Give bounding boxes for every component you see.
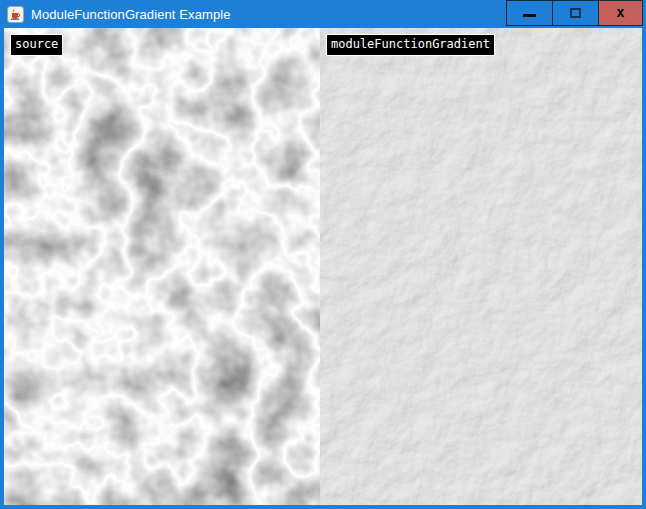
titlebar[interactable]: ModuleFunctionGradient Example x — [0, 0, 646, 28]
maximize-icon — [570, 8, 581, 18]
content-area: source — [4, 28, 642, 505]
gradient-image-pane: moduleFunctionGradient — [320, 28, 642, 505]
module-function-gradient-label: moduleFunctionGradient — [326, 34, 495, 56]
minimize-icon — [523, 14, 536, 17]
close-button[interactable]: x — [598, 0, 643, 26]
source-label: source — [10, 34, 63, 56]
java-coffee-cup-glyph — [9, 8, 22, 21]
maximize-button[interactable] — [552, 0, 599, 26]
source-noise-image — [4, 28, 320, 505]
module-function-gradient-image — [320, 28, 642, 505]
app-window: ModuleFunctionGradient Example x — [0, 0, 646, 509]
java-coffee-cup-icon[interactable] — [7, 6, 24, 23]
source-image-pane: source — [4, 28, 320, 505]
close-icon: x — [616, 5, 624, 19]
window-controls: x — [506, 0, 643, 26]
window-title: ModuleFunctionGradient Example — [31, 7, 231, 22]
minimize-button[interactable] — [506, 0, 553, 26]
